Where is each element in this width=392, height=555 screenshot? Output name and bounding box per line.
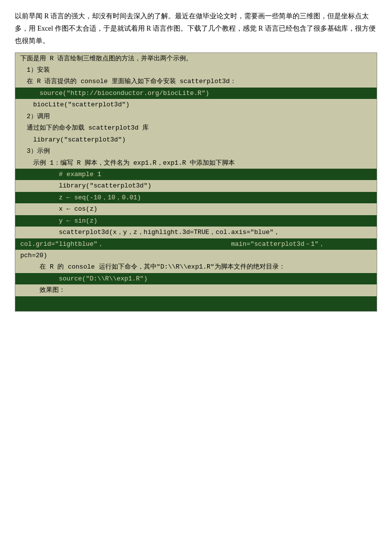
intro-paragraph: 以前早闻 R 语言的强大，却没有时间去深入的了解。最近在做毕业论文时，需要画一些… <box>15 10 377 47</box>
install-line-2: source("http://bioconductor.org/biocLite… <box>15 88 377 99</box>
example-line-8: col.grid="lightblue"， main="scatterplot3… <box>15 238 377 250</box>
example-line-11: source("D:\\R\\exp1.R") <box>15 273 377 284</box>
code-block: 下面是用 R 语言绘制三维散点图的方法，并举出两个示例。 1）安装 在 R 语言… <box>15 52 377 312</box>
example-line-3: library("scatterplot3d") <box>15 180 377 191</box>
section-example-header: 3）示例 <box>15 145 377 157</box>
install-line-1: 在 R 语言提供的 console 里面输入如下命令安装 scatterplot… <box>15 76 377 87</box>
example-image-placeholder <box>15 296 377 311</box>
code-title-row: 下面是用 R 语言绘制三维散点图的方法，并举出两个示例。 <box>15 53 377 64</box>
example-line-9: pch=20) <box>15 250 377 261</box>
example-line-2: # example 1 <box>15 169 377 180</box>
section-load-header: 2）调用 <box>15 111 377 122</box>
example-line-1: 示例 1：编写 R 脚本，文件名为 exp1.R，exp1.R 中添加如下脚本 <box>15 157 377 169</box>
load-line-2: library("scatterplot3d") <box>15 134 377 145</box>
install-line-3: biocLite("scatterplot3d") <box>15 99 377 110</box>
example-line-5: x ← cos(z) <box>15 203 377 215</box>
example-line-6: y ← sin(z) <box>15 215 377 227</box>
example-line-10: 在 R 的 console 运行如下命令，其中"D:\\R\\exp1.R"为脚… <box>15 261 377 273</box>
section-install-header: 1）安装 <box>15 64 377 76</box>
example-line-12: 效果图： <box>15 284 377 296</box>
example-line-4: z ← seq(-10，10，0.01) <box>15 192 377 203</box>
load-line-1: 通过如下的命令加载 scatterplot3d 库 <box>15 122 377 134</box>
example-line-7: scatterplot3d(x，y，z，highlight.3d=TRUE，co… <box>15 227 377 238</box>
